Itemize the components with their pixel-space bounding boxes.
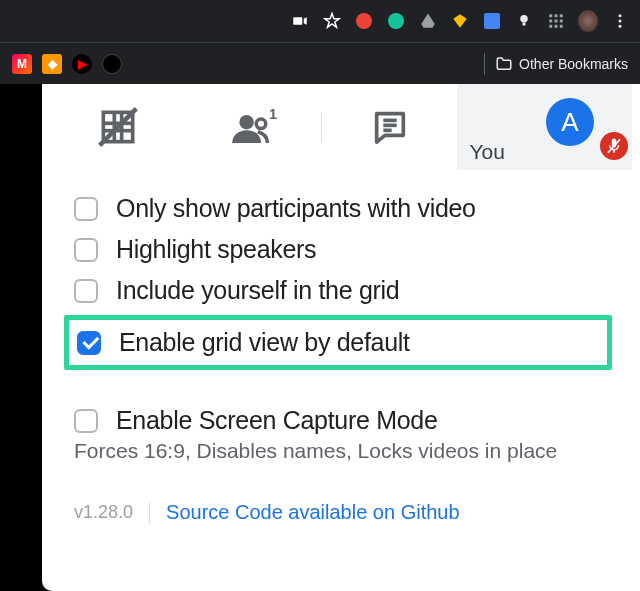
- checkbox-enable-grid-default[interactable]: [77, 331, 101, 355]
- screen-capture-subtext: Forces 16:9, Disables names, Locks video…: [74, 439, 608, 463]
- highlighted-option: Enable grid view by default: [64, 315, 612, 370]
- browser-chrome: M ◆ ▶ Other Bookmarks: [0, 0, 640, 84]
- star-icon[interactable]: [322, 11, 342, 31]
- svg-rect-0: [293, 17, 302, 25]
- svg-rect-6: [549, 20, 552, 23]
- meet-content: 1 You A Only show participant: [0, 84, 640, 591]
- svg-point-12: [619, 14, 622, 17]
- camera-icon[interactable]: [290, 11, 310, 31]
- people-tab[interactable]: 1: [185, 84, 320, 170]
- options-list: Only show participants with video Highli…: [42, 170, 640, 473]
- svg-point-14: [619, 25, 622, 28]
- bookmarks-bar: M ◆ ▶ Other Bookmarks: [0, 42, 640, 84]
- bookmark-orange-icon[interactable]: ◆: [42, 54, 62, 74]
- svg-rect-3: [549, 14, 552, 17]
- svg-point-21: [240, 115, 254, 129]
- chat-icon: [370, 107, 410, 147]
- svg-rect-7: [555, 20, 558, 23]
- option-label: Highlight speakers: [116, 235, 316, 264]
- other-bookmarks-button[interactable]: Other Bookmarks: [495, 55, 628, 73]
- svg-rect-2: [523, 23, 526, 26]
- other-bookmarks-label: Other Bookmarks: [519, 56, 628, 72]
- panel-footer: v1.28.0 Source Code available on Github: [42, 473, 640, 524]
- avatar: A: [546, 98, 594, 146]
- panel-tabs: 1 You A: [42, 84, 640, 170]
- you-label: You: [469, 140, 504, 164]
- svg-rect-10: [555, 25, 558, 28]
- ext-superman-icon[interactable]: [450, 11, 470, 31]
- ext-bulb-icon[interactable]: [514, 11, 534, 31]
- bookmark-youtube-icon[interactable]: ▶: [72, 54, 92, 74]
- option-only-video[interactable]: Only show participants with video: [74, 188, 608, 229]
- checkbox-screen-capture[interactable]: [74, 409, 98, 433]
- checkbox-only-video[interactable]: [74, 197, 98, 221]
- checkbox-highlight-speakers[interactable]: [74, 238, 98, 262]
- checkbox-include-yourself[interactable]: [74, 279, 98, 303]
- grid-off-icon: [96, 105, 140, 149]
- option-label: Enable grid view by default: [119, 328, 410, 357]
- svg-point-1: [520, 15, 528, 23]
- svg-rect-11: [560, 25, 563, 28]
- chrome-menu-icon[interactable]: [610, 11, 630, 31]
- option-highlight-speakers[interactable]: Highlight speakers: [74, 229, 608, 270]
- folder-icon: [495, 55, 513, 73]
- svg-text:1: 1: [269, 106, 277, 122]
- ext-grammarly-icon[interactable]: [386, 11, 406, 31]
- svg-point-13: [619, 20, 622, 23]
- option-label: Include yourself in the grid: [116, 276, 399, 305]
- mic-muted-icon[interactable]: [600, 132, 628, 160]
- people-icon: 1: [229, 105, 277, 149]
- ext-drive-icon[interactable]: [418, 11, 438, 31]
- option-include-yourself[interactable]: Include yourself in the grid: [74, 270, 608, 311]
- option-screen-capture[interactable]: Enable Screen Capture Mode: [74, 400, 608, 441]
- chat-tab[interactable]: [322, 84, 457, 170]
- source-link[interactable]: Source Code available on Github: [166, 501, 460, 524]
- svg-rect-5: [560, 14, 563, 17]
- svg-rect-8: [560, 20, 563, 23]
- ext-blue-icon[interactable]: [482, 11, 502, 31]
- browser-toolbar: [0, 0, 640, 42]
- ext-red-dot-icon[interactable]: [354, 11, 374, 31]
- bookmark-m-icon[interactable]: M: [12, 54, 32, 74]
- svg-rect-4: [555, 14, 558, 17]
- grid-tab[interactable]: [50, 84, 185, 170]
- bookmark-dark-icon[interactable]: [102, 54, 122, 74]
- ext-grid-icon[interactable]: [546, 11, 566, 31]
- svg-rect-9: [549, 25, 552, 28]
- option-label: Only show participants with video: [116, 194, 476, 223]
- version-text: v1.28.0: [74, 502, 133, 523]
- profile-avatar-icon[interactable]: [578, 11, 598, 31]
- settings-panel: 1 You A Only show participant: [42, 84, 640, 591]
- svg-point-22: [256, 119, 266, 129]
- you-tab[interactable]: You A: [457, 84, 632, 170]
- option-label: Enable Screen Capture Mode: [116, 406, 438, 435]
